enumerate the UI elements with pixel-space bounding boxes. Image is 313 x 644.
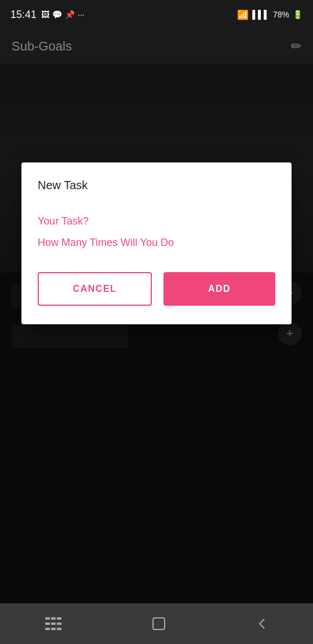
dialog-actions: CANCEL ADD [38, 272, 275, 306]
status-left: 15:41 🖼 💬 📌 ··· [10, 9, 85, 21]
photo-icon: 🖼 [41, 10, 49, 19]
battery-icon: 🔋 [293, 10, 303, 19]
times-field-label: How Many Times Will You Do [38, 237, 275, 249]
more-icon: ··· [78, 10, 85, 19]
svg-rect-2 [57, 617, 61, 620]
cancel-button[interactable]: CANCEL [38, 272, 152, 306]
edit-icon[interactable]: ✏ [291, 39, 301, 54]
svg-rect-3 [45, 623, 50, 625]
svg-rect-9 [153, 618, 165, 629]
dialog-title: New Task [38, 179, 275, 192]
status-icons-right: 📶 ▌▌▌ 78% 🔋 [237, 9, 303, 20]
bottom-nav-bar [0, 603, 313, 644]
signal-icon: ▌▌▌ [252, 10, 270, 19]
notification-icons: 🖼 💬 📌 ··· [41, 10, 85, 19]
svg-rect-5 [57, 623, 61, 625]
nav-menu-icon[interactable] [45, 617, 61, 630]
messenger-icon: 💬 [52, 10, 62, 19]
pinterest-icon: 📌 [65, 10, 75, 19]
new-task-dialog: New Task Your Task? How Many Times Will … [21, 162, 292, 324]
task-field-label: Your Task? [38, 215, 275, 227]
svg-rect-4 [51, 623, 56, 625]
battery-text: 78% [273, 10, 289, 19]
app-bar: Sub-Goals ✏ [0, 29, 313, 64]
add-button[interactable]: ADD [163, 272, 275, 306]
svg-rect-6 [45, 628, 50, 630]
svg-rect-1 [51, 617, 56, 620]
svg-rect-8 [57, 628, 61, 630]
svg-rect-0 [45, 617, 50, 620]
nav-home-icon[interactable] [151, 616, 166, 631]
wifi-icon: 📶 [237, 9, 249, 20]
svg-rect-7 [51, 628, 56, 630]
status-time: 15:41 [10, 9, 37, 21]
app-title: Sub-Goals [12, 39, 72, 54]
nav-back-icon[interactable] [256, 617, 268, 631]
status-bar: 15:41 🖼 💬 📌 ··· 📶 ▌▌▌ 78% 🔋 [0, 0, 313, 29]
